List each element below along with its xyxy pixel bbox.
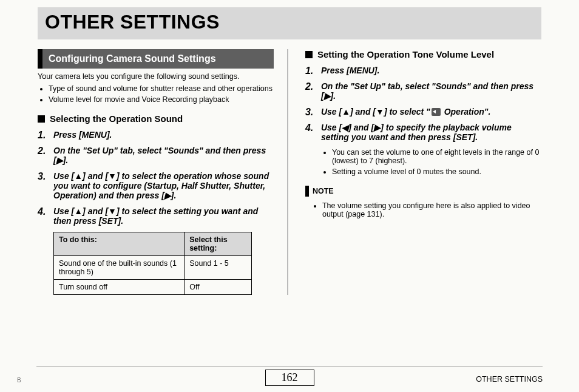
step: 2.On the "Set Up" tab, select "Sounds" a… [305,81,541,101]
right-column: Setting the Operation Tone Volume Level … [292,49,541,295]
intro-bullets: Type of sound and volume for shutter rel… [49,84,274,104]
subheading: Setting the Operation Tone Volume Level [305,49,541,59]
column-divider [287,49,288,295]
note-label: NOTE [305,186,337,197]
subheading-text: Selecting the Operation Sound [50,113,183,124]
page-title: OTHER SETTINGS [45,11,534,33]
step: 3.Use [▲] and [▼] to select " Operation"… [305,107,541,117]
intro-text: Your camera lets you configure the follo… [38,72,274,81]
list-item: Volume level for movie and Voice Recordi… [49,95,274,104]
table-cell: Sound 1 - 5 [185,256,252,280]
step-detail-bullets: You can set the volume to one of eight l… [332,148,541,176]
list-item: Setting a volume level of 0 mutes the so… [332,167,541,176]
table-header: Select this setting: [185,232,252,256]
list-item: Type of sound and volume for shutter rel… [49,84,274,93]
list-item: The volume setting you configure here is… [322,201,541,218]
page-number: 162 [265,370,314,386]
table-cell: Off [185,280,252,295]
section-heading: Configuring Camera Sound Settings [38,49,274,69]
table-header: To do this: [54,232,185,256]
subheading: Selecting the Operation Sound [38,113,274,124]
table-row: Sound one of the built-in sounds (1 thro… [54,256,252,280]
steps-list: 1.Press [MENU]. 2.On the "Set Up" tab, s… [38,130,274,226]
footer-left-mark: B [17,377,21,384]
square-icon [305,51,313,58]
step: 1.Press [MENU]. [305,66,541,75]
speaker-icon [432,108,441,116]
step: 1.Press [MENU]. [38,130,274,140]
square-icon [38,115,45,123]
table-row: Turn sound off Off [54,280,252,295]
settings-table: To do this: Select this setting: Sound o… [53,232,252,295]
subheading-text: Setting the Operation Tone Volume Level [317,49,494,59]
list-item: You can set the volume to one of eight l… [332,148,541,165]
table-cell: Turn sound off [54,280,185,295]
table-cell: Sound one of the built-in sounds (1 thro… [54,256,185,280]
steps-list: 1.Press [MENU]. 2.On the "Set Up" tab, s… [305,66,541,142]
note-block: NOTE The volume setting you configure he… [305,184,541,218]
footer-section-label: OTHER SETTINGS [476,375,543,384]
step: 3.Use [▲] and [▼] to select the operatio… [38,171,274,200]
step: 2.On the "Set Up" tab, select "Sounds" a… [38,146,274,165]
step: 4.Use [◀] and [▶] to specify the playbac… [305,123,541,142]
page-title-bar: OTHER SETTINGS [38,7,541,39]
note-bullets: The volume setting you configure here is… [322,201,541,218]
columns: Configuring Camera Sound Settings Your c… [38,49,541,295]
left-column: Configuring Camera Sound Settings Your c… [38,49,283,295]
footer-divider [36,367,543,367]
step: 4.Use [▲] and [▼] to select the setting … [38,206,274,226]
